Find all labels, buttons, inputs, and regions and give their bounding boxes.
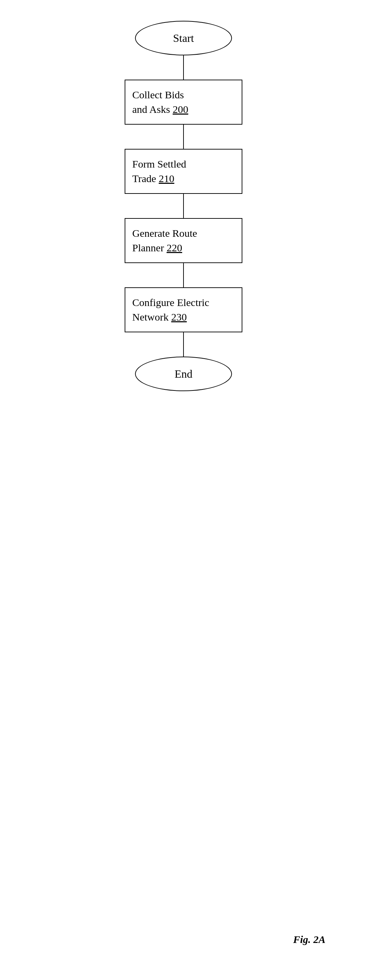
configure-electric-node: Configure ElectricNetwork 230: [125, 287, 242, 332]
generate-route-node: Generate RoutePlanner 220: [125, 218, 242, 263]
connector-3: [183, 194, 184, 218]
start-node: Start: [135, 21, 232, 56]
form-settled-node: Form SettledTrade 210: [125, 149, 242, 194]
start-label: Start: [173, 32, 194, 45]
figure-label: Fig. 2A: [293, 934, 326, 945]
flowchart-diagram: Start Collect Bidsand Asks 200 Form Sett…: [0, 0, 367, 391]
form-settled-label: Form SettledTrade 210: [132, 157, 186, 186]
collect-bids-label: Collect Bidsand Asks 200: [132, 88, 188, 117]
connector-5: [183, 332, 184, 356]
connector-2: [183, 125, 184, 149]
configure-electric-label: Configure ElectricNetwork 230: [132, 295, 209, 325]
connector-1: [183, 56, 184, 80]
generate-route-label: Generate RoutePlanner 220: [132, 226, 197, 255]
collect-bids-node: Collect Bidsand Asks 200: [125, 80, 242, 125]
connector-4: [183, 263, 184, 287]
generate-route-num: 220: [167, 242, 182, 253]
configure-electric-num: 230: [171, 311, 187, 323]
form-settled-num: 210: [159, 173, 174, 184]
end-node: End: [135, 356, 232, 391]
end-label: End: [175, 368, 192, 380]
collect-bids-num: 200: [173, 103, 188, 115]
